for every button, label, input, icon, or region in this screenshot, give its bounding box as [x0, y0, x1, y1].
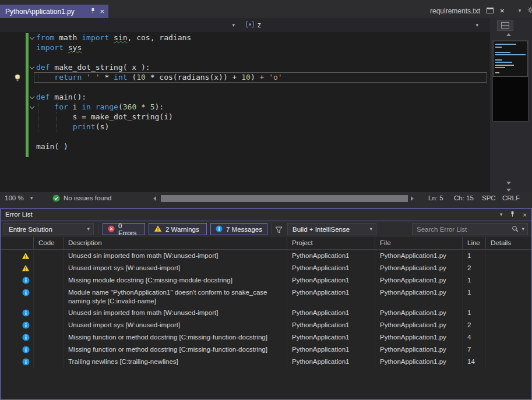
error-row[interactable]: Missing module docstring [C:missing-modu… [1, 274, 531, 286]
tab-requirements[interactable]: requirements.txt [430, 7, 480, 15]
scope-dropdown[interactable]: Entire Solution ▾ [3, 223, 94, 235]
scroll-left-icon[interactable] [153, 196, 156, 201]
project-cell: PythonApplication1 [287, 356, 375, 368]
code-cell [34, 262, 64, 274]
window-position-chevron-icon[interactable]: ▾ [500, 212, 503, 217]
code-token: for [54, 102, 68, 111]
cursor-column: Ch: 15 [454, 194, 474, 201]
code-line[interactable] [36, 132, 283, 141]
scroll-right-icon[interactable] [411, 196, 414, 201]
tab-label: PythonApplication1.py [5, 8, 86, 16]
scrollbar-map[interactable] [490, 18, 532, 192]
code-line[interactable]: import sys [36, 43, 283, 52]
error-row[interactable]: Unused sin imported from math [W:unused-… [1, 250, 531, 262]
grid-header: Code Description Project File Line Detai… [1, 237, 531, 250]
search-input[interactable] [417, 226, 509, 233]
fold-chevron-icon[interactable] [30, 65, 34, 70]
pin-icon[interactable] [510, 211, 515, 218]
code-token [82, 73, 86, 82]
code-cell [34, 286, 64, 307]
code-token: import [82, 33, 109, 42]
code-line[interactable]: print(s) [36, 122, 283, 132]
chevron-down-icon[interactable]: ▾ [30, 196, 33, 201]
header-file[interactable]: File [375, 237, 463, 249]
fold-chevron-icon[interactable] [30, 105, 34, 109]
filter-icon[interactable] [275, 225, 283, 236]
code-line[interactable]: def main(): [36, 92, 283, 102]
close-icon[interactable]: × [100, 8, 104, 15]
tab-list-chevron-icon[interactable]: ▾ [519, 8, 522, 13]
warnings-filter-button[interactable]: 2 Warnings [149, 223, 207, 235]
code-line[interactable] [36, 82, 283, 92]
minimap-line [495, 72, 499, 73]
errors-filter-button[interactable]: 0 Errors [103, 223, 145, 235]
scroll-up-icon[interactable] [506, 33, 511, 36]
messages-filter-button[interactable]: 7 Messages [210, 223, 267, 235]
chevron-down-icon: ▾ [475, 23, 478, 28]
description-cell: Unused import sys [W:unused-import] [64, 262, 287, 274]
navigation-bar: ▾ z ▾ [0, 18, 490, 32]
line-cell: 2 [463, 262, 486, 274]
header-line[interactable]: Line [463, 237, 486, 249]
close-icon[interactable]: × [523, 211, 527, 218]
error-row[interactable]: Unused import sys [W:unused-import]Pytho… [1, 262, 531, 274]
minimap[interactable] [492, 40, 529, 122]
scrollbar-thumb[interactable] [161, 195, 408, 202]
fold-chevron-icon[interactable] [30, 36, 34, 40]
code-line[interactable]: def make_dot_string( x ): [36, 62, 283, 72]
error-row[interactable]: Missing function or method docstring [C:… [1, 344, 531, 356]
code-token: sys [68, 43, 82, 52]
search-box[interactable]: ▾ [412, 223, 528, 235]
project-cell: PythonApplication1 [287, 250, 375, 262]
split-editor-button[interactable] [497, 20, 513, 31]
error-row[interactable]: Module name "PythonApplication1" doesn't… [1, 286, 531, 307]
file-cell: PythonApplication1.py [375, 356, 463, 368]
code-token: * cos(radians(x)) + [146, 73, 241, 82]
pin-icon[interactable] [90, 8, 96, 16]
code-token: * [136, 102, 150, 111]
code-line[interactable]: return ' ' * int (10 * cos(radians(x)) +… [36, 72, 283, 82]
line-cell: 4 [463, 331, 486, 344]
close-icon[interactable]: × [500, 7, 505, 15]
search-icon[interactable] [512, 224, 519, 235]
fold-chevron-icon[interactable] [30, 95, 34, 100]
details-cell [486, 344, 531, 356]
error-row[interactable]: Missing function or method docstring [C:… [1, 331, 531, 344]
health-status[interactable]: No issues found [64, 194, 111, 201]
error-list-toolbar: Entire Solution ▾ 0 Errors 2 Warnings 7 … [1, 221, 531, 237]
code-line[interactable] [36, 52, 283, 62]
code-line[interactable]: s = make_dot_string(i) [36, 112, 283, 122]
project-dropdown[interactable]: ▾ [1, 19, 239, 31]
error-row[interactable]: Unused sin imported from math [W:unused-… [1, 307, 531, 319]
header-code[interactable]: Code [34, 237, 64, 249]
line-ending[interactable]: CRLF [502, 194, 520, 201]
code-token: (s) [96, 122, 109, 131]
source-dropdown[interactable]: Build + IntelliSense ▾ [287, 223, 376, 235]
zoom-level[interactable]: 100 % [5, 194, 24, 201]
check-circle-icon [52, 194, 60, 203]
header-details[interactable]: Details [486, 237, 531, 249]
code-line[interactable]: for i in range(360 * 5): [36, 102, 283, 112]
panel-title-bar[interactable]: Error List ▾ × [1, 209, 531, 221]
header-project[interactable]: Project [287, 237, 375, 249]
chevron-down-icon[interactable]: ▾ [522, 226, 524, 232]
warning-icon [154, 225, 162, 233]
code-editor[interactable]: from math import sin, cos, radiansimport… [0, 32, 490, 192]
tab-pythonapplication1[interactable]: PythonApplication1.py × [0, 5, 108, 18]
details-cell [486, 274, 531, 286]
member-dropdown[interactable]: z ▾ [241, 19, 484, 31]
indent-mode[interactable]: SPC [482, 194, 496, 201]
settings-gear-icon[interactable] [527, 6, 532, 15]
keep-open-icon[interactable] [487, 7, 494, 15]
editor-status-bar: 100 % ▾ No issues found Ln: 5 Ch: 15 SPC… [0, 192, 532, 205]
file-cell: PythonApplication1.py [375, 319, 463, 331]
code-line[interactable]: main( ) [36, 141, 283, 151]
error-row[interactable]: Trailing newlines [C:trailing-newlines]P… [1, 356, 531, 368]
scroll-down-icon[interactable] [506, 182, 511, 185]
header-severity[interactable] [1, 237, 34, 249]
horizontal-scrollbar[interactable] [161, 195, 408, 202]
code-line[interactable]: from math import sin, cos, radians [36, 33, 283, 43]
scroll-down-icon[interactable] [506, 189, 511, 192]
header-description[interactable]: Description [64, 237, 287, 249]
error-row[interactable]: Unused import sys [W:unused-import]Pytho… [1, 319, 531, 331]
